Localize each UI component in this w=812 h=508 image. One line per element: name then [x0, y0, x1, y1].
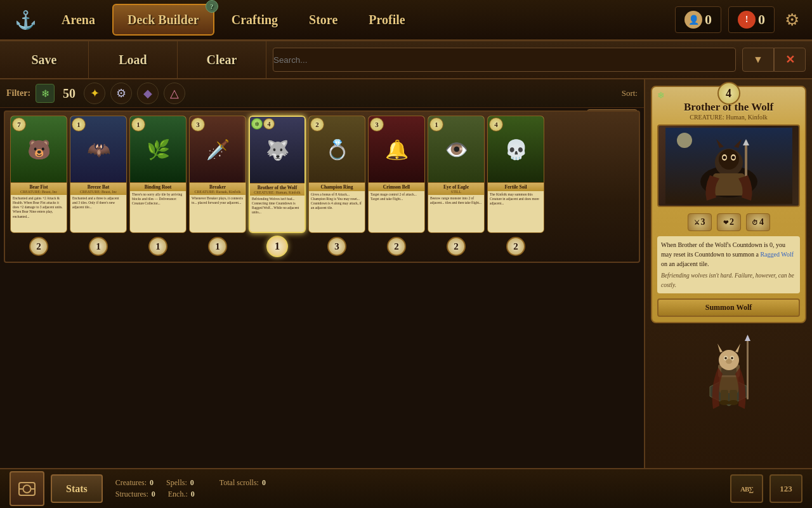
- sort-label: Sort:: [622, 88, 638, 98]
- card-detail-panel: 4 ❄ Brother of the Wolf CREATURE: Human,…: [651, 86, 806, 323]
- qty-9: 2: [487, 237, 544, 256]
- search-dropdown-button[interactable]: ▼: [742, 48, 774, 72]
- card-eye-of-eagle[interactable]: 1 👁️ Eye of Eagle STILL Bestow range mon…: [428, 116, 485, 233]
- creatures-label: Creatures:: [115, 478, 147, 488]
- card-name: Breaker: [192, 184, 244, 190]
- card-description: Enchanted and a three is adjacent and 3 …: [70, 195, 126, 232]
- filter-growth2-icon[interactable]: △: [164, 83, 185, 104]
- filter-bar: Filter: ❄ 50 ✦ ⚙ ◆ △ Sort:: [0, 79, 644, 108]
- card-champion-ring[interactable]: 2 💍 Champion Ring Gives a bonus of 8 Att…: [308, 116, 365, 233]
- svg-point-13: [677, 133, 692, 148]
- card-fertile-soil[interactable]: 4 💀 Fertile Soil The Kinfolk may summon …: [487, 116, 544, 233]
- search-clear-button[interactable]: ✕: [774, 48, 806, 72]
- detail-card-image: [657, 124, 800, 207]
- qty-2: 1: [70, 237, 127, 256]
- card-name: Breeze Bat: [72, 184, 124, 190]
- nav-logo: ⚓: [6, 4, 44, 36]
- svg-marker-24: [717, 344, 723, 352]
- svg-point-30: [719, 400, 730, 405]
- svg-marker-25: [735, 344, 740, 352]
- total-label: Total scrolls:: [219, 478, 259, 488]
- card-carousel: 7 🐻 Bear Fist CREATURE: Beast, Inc Encha…: [4, 110, 640, 263]
- filter-energy-icon[interactable]: ✦: [84, 83, 105, 104]
- deck-icon[interactable]: [10, 471, 44, 506]
- nav-arena[interactable]: Arena: [48, 4, 109, 36]
- card-description: Enchanted and gains +2 Attack & Health. …: [11, 195, 67, 232]
- detail-card-subtype: CREATURE: Human, Kinfolk: [657, 114, 800, 121]
- search-input[interactable]: [273, 48, 736, 72]
- qty-4: 1: [189, 237, 246, 256]
- svg-marker-27: [745, 335, 750, 341]
- card-name: Crimson Bell: [370, 184, 422, 190]
- card-description: Whenever Breaker plays, it connects to..…: [190, 195, 246, 232]
- qty-1: 2: [10, 237, 67, 256]
- card-cost: 7: [12, 117, 26, 131]
- scroll-icon: 👤: [684, 11, 702, 29]
- card-binding-root[interactable]: 1 🌿 Binding Root There's no sorry ally t…: [129, 116, 187, 233]
- card-cost: 1: [429, 117, 443, 131]
- number-view-button[interactable]: 123: [769, 474, 802, 503]
- card-breeze-bat[interactable]: 1 🦇 Breeze Bat CREATURE: Beast, Inc Ench…: [70, 116, 127, 233]
- qty-5: 1: [249, 236, 306, 257]
- qty-8: 2: [428, 237, 485, 256]
- bottom-bar: Stats Creatures: 0 Spells: 0 Total scrol…: [0, 468, 812, 508]
- load-button[interactable]: Load: [89, 41, 178, 79]
- settings-gear-icon[interactable]: ⚙: [778, 6, 806, 34]
- detail-cost-badge: 4: [717, 82, 740, 105]
- card-brother-of-wolf[interactable]: ❄ 4 🐺 Brother of the Wolf CREATURE: Huma…: [249, 116, 306, 233]
- card-description: Bestow range monster into 2 of adjacent.…: [428, 195, 484, 232]
- filter-growth-icon[interactable]: ❄: [36, 84, 55, 103]
- right-panel: 4 ❄ Brother of the Wolf CREATURE: Human,…: [644, 79, 812, 468]
- card-crimson-bell[interactable]: 3 🔔 Crimson Bell Target mage control 2 o…: [368, 116, 425, 233]
- svg-point-22: [731, 357, 733, 359]
- detail-attack-stat: ⚔3: [688, 213, 712, 231]
- card-cost: 1: [131, 117, 145, 131]
- top-navigation: ⚓ Arena Deck Builder Crafting Store Prof…: [0, 0, 812, 41]
- card-subtype: CREATURE: Human, Kinfolk: [252, 190, 303, 194]
- filter-count: 50: [60, 86, 79, 101]
- filter-label: Filter:: [6, 88, 30, 98]
- filter-decay-icon[interactable]: ◆: [137, 83, 159, 104]
- qty-7: 2: [368, 237, 425, 256]
- nav-profile[interactable]: Profile: [355, 4, 419, 36]
- nav-deck-builder[interactable]: Deck Builder: [112, 4, 214, 36]
- svg-point-6: [723, 156, 726, 159]
- card-subtype: CREATURE: Raraak, Kinfolk: [192, 190, 244, 194]
- detail-health-stat: ❤2: [717, 213, 741, 231]
- alert-count: 0: [758, 11, 765, 28]
- ability-button[interactable]: Summon Wolf: [657, 298, 800, 317]
- card-breaker[interactable]: 3 🗡️ Breaker CREATURE: Raraak, Kinfolk W…: [189, 116, 246, 233]
- spells-value: 0: [190, 478, 194, 488]
- card-description: Target mage control 2 of attack... Targe…: [369, 191, 424, 232]
- svg-point-3: [719, 149, 739, 170]
- card-description: Gives a bonus of 8 Attack... Champion Ri…: [309, 191, 365, 232]
- structures-label: Structures:: [115, 490, 148, 499]
- filter-order-icon[interactable]: ⚙: [110, 83, 132, 104]
- creature-illustration: [691, 330, 767, 412]
- text-view-button[interactable]: AB∑: [730, 474, 763, 503]
- nav-store[interactable]: Store: [295, 4, 351, 36]
- card-cost: 3: [370, 117, 384, 131]
- qty-3: 1: [129, 237, 187, 256]
- stats-info: Creatures: 0 Spells: 0 Total scrolls: 0 …: [115, 478, 266, 499]
- svg-point-33: [23, 485, 31, 493]
- clear-button[interactable]: Clear: [178, 41, 266, 79]
- card-cost: 3: [191, 117, 205, 131]
- ench-label: Ench.:: [168, 490, 188, 499]
- nav-crafting[interactable]: Crafting: [218, 4, 292, 36]
- ench-value: 0: [191, 490, 195, 499]
- qty-6: 3: [308, 237, 365, 256]
- card-cost: 4: [489, 117, 503, 131]
- card-bear-fist[interactable]: 7 🐻 Bear Fist CREATURE: Beast, Inc Encha…: [10, 116, 67, 233]
- svg-point-21: [724, 357, 727, 359]
- save-button[interactable]: Save: [0, 41, 89, 79]
- alert-counter: ! 0: [728, 6, 775, 33]
- svg-point-23: [726, 359, 732, 364]
- deck-area: [0, 263, 644, 465]
- card-cost: 1: [72, 117, 86, 131]
- card-cost: 2: [310, 117, 324, 131]
- card-subtype: CREATURE: Beast, Inc: [72, 190, 124, 194]
- card-description: There's no sorry ally tile by arriving b…: [130, 191, 186, 232]
- stats-button[interactable]: Stats: [51, 474, 103, 503]
- card-subtype: CREATURE: Beast, Inc: [13, 190, 65, 194]
